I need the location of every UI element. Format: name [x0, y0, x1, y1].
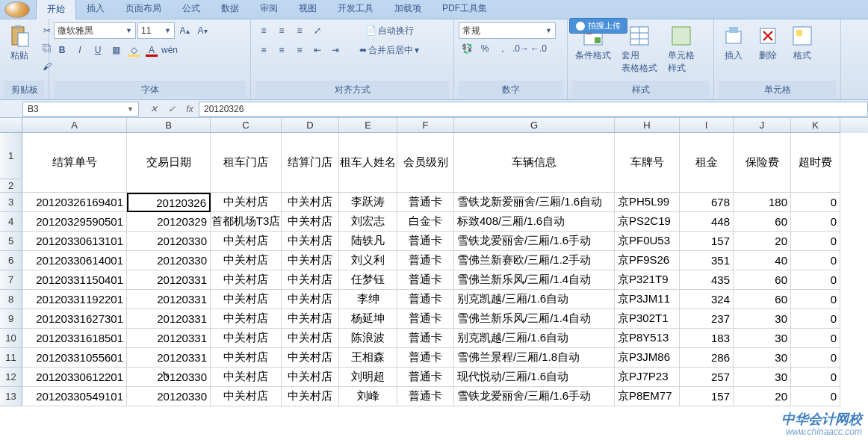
col-header-K[interactable]: K [791, 118, 840, 133]
cell[interactable]: 20120326169401 [22, 193, 127, 212]
cell[interactable]: 普通卡 [397, 309, 454, 329]
upload-badge[interactable]: 拍搜上传 [569, 18, 627, 34]
cell[interactable]: 标致408/三厢/1.6自动 [454, 212, 615, 232]
cancel-formula-button[interactable]: ✕ [145, 104, 163, 114]
cell[interactable]: 普通卡 [397, 251, 454, 270]
cell[interactable]: 中关村店 [211, 251, 282, 270]
cell[interactable]: 60 [734, 212, 791, 232]
tab-视图[interactable]: 视图 [288, 0, 327, 19]
cell[interactable]: 448 [680, 212, 734, 232]
cell[interactable]: 中关村店 [282, 251, 339, 270]
cell[interactable]: 286 [680, 348, 734, 368]
merge-center-button[interactable]: ⬌ 合并后居中 ▾ [354, 42, 424, 58]
row-header-12[interactable]: 12 [0, 368, 22, 387]
align-left-button[interactable]: ≡ [255, 42, 272, 58]
tab-开发工具[interactable]: 开发工具 [327, 0, 384, 19]
cell[interactable]: 183 [680, 329, 734, 348]
cell[interactable]: 20120330 [127, 387, 211, 406]
cell[interactable]: 普通卡 [397, 387, 454, 406]
cell[interactable]: 0 [791, 251, 840, 270]
cell[interactable]: 20120331618501 [22, 329, 127, 348]
row-header-3[interactable]: 3 [0, 193, 22, 212]
cell[interactable]: 别克凯越/三厢/1.6自动 [454, 290, 615, 309]
cell[interactable]: 中关村店 [211, 387, 282, 406]
cell[interactable]: 中关村店 [282, 193, 339, 212]
cell[interactable]: 20120331 [127, 329, 211, 348]
tab-插入[interactable]: 插入 [76, 0, 115, 19]
header-cell[interactable]: 车辆信息 [454, 133, 615, 193]
cell[interactable]: 京P8EM77 [615, 387, 680, 406]
bold-button[interactable]: B [54, 42, 70, 58]
cell[interactable]: 陆轶凡 [339, 232, 397, 251]
cell[interactable]: 20 [734, 232, 791, 251]
align-right-button[interactable]: ≡ [291, 42, 308, 58]
cell[interactable]: 京PJ7P23 [615, 368, 680, 387]
cell[interactable]: 中关村店 [211, 309, 282, 329]
cell[interactable]: 0 [791, 348, 840, 368]
cell[interactable]: 陈浪波 [339, 329, 397, 348]
col-header-I[interactable]: I [680, 118, 734, 133]
cell[interactable]: 180 [734, 193, 791, 212]
cell[interactable]: 30 [734, 309, 791, 329]
percent-button[interactable]: % [477, 40, 493, 57]
wrap-text-button[interactable]: 📄 自动换行 [354, 22, 424, 39]
fill-color-button[interactable]: ◇ [125, 42, 142, 58]
cell[interactable]: 中关村店 [282, 309, 339, 329]
cells-area[interactable]: 结算单号交易日期租车门店结算门店租车人姓名会员级别车辆信息车牌号租金保险费超时费… [22, 133, 868, 406]
cell[interactable]: 30 [734, 329, 791, 348]
cell[interactable]: 中关村店 [211, 290, 282, 309]
row-header-2[interactable]: 2 [0, 179, 22, 193]
cell[interactable]: 刘明超 [339, 368, 397, 387]
cell[interactable]: 435 [680, 270, 734, 290]
cell[interactable]: 678 [680, 193, 734, 212]
cell[interactable]: 中关村店 [211, 368, 282, 387]
indent-increase-button[interactable]: ⇥ [327, 42, 344, 58]
tab-页面布局[interactable]: 页面布局 [115, 0, 172, 19]
border-button[interactable]: ▦ [108, 42, 124, 58]
indent-decrease-button[interactable]: ⇤ [309, 42, 326, 58]
cell[interactable]: 中关村店 [282, 329, 339, 348]
row-header-8[interactable]: 8 [0, 290, 22, 309]
cell[interactable]: 20120331 [127, 270, 211, 290]
col-header-D[interactable]: D [282, 118, 339, 133]
cell[interactable]: 0 [791, 387, 840, 406]
number-format-combo[interactable]: 常规▼ [459, 22, 556, 39]
cell[interactable]: 雪铁龙新爱丽舍/三厢/1.6自动 [454, 193, 615, 212]
cell[interactable]: 324 [680, 290, 734, 309]
cell[interactable]: 0 [791, 368, 840, 387]
cell[interactable]: 中关村店 [211, 232, 282, 251]
cell[interactable]: 351 [680, 251, 734, 270]
cell[interactable]: 0 [791, 329, 840, 348]
cell[interactable]: 京PS2C19 [615, 212, 680, 232]
cell[interactable]: 首都机场T3店 [211, 212, 282, 232]
row-header-10[interactable]: 10 [0, 329, 22, 348]
cell[interactable]: 京P321T9 [615, 270, 680, 290]
col-header-J[interactable]: J [734, 118, 791, 133]
cell[interactable]: 杨延坤 [339, 309, 397, 329]
cell[interactable]: 中关村店 [282, 270, 339, 290]
accept-formula-button[interactable]: ✓ [163, 104, 181, 114]
cell[interactable]: 普通卡 [397, 270, 454, 290]
header-cell[interactable]: 结算门店 [282, 133, 339, 193]
tab-数据[interactable]: 数据 [211, 0, 249, 19]
cell[interactable]: 普通卡 [397, 348, 454, 368]
cell[interactable]: 中关村店 [282, 212, 339, 232]
row-header-9[interactable]: 9 [0, 309, 22, 329]
cell[interactable]: 157 [680, 387, 734, 406]
cell[interactable]: 普通卡 [397, 290, 454, 309]
col-header-H[interactable]: H [615, 118, 680, 133]
cell[interactable]: 0 [791, 290, 840, 309]
worksheet[interactable]: ABCDEFGHIJK 12345678910111213 结算单号交易日期租车… [0, 118, 868, 440]
font-name-combo[interactable]: 微软雅黑▼ [54, 22, 136, 39]
col-header-B[interactable]: B [127, 118, 211, 133]
row-header-1[interactable]: 1 [0, 133, 22, 179]
cell[interactable]: 王相森 [339, 348, 397, 368]
cell[interactable]: 60 [734, 290, 791, 309]
cell[interactable]: 30 [734, 348, 791, 368]
cell[interactable]: 李跃涛 [339, 193, 397, 212]
cell[interactable]: 20120330 [127, 232, 211, 251]
cell[interactable]: 中关村店 [282, 368, 339, 387]
cell[interactable]: 0 [791, 212, 840, 232]
font-color-button[interactable]: A [143, 42, 160, 58]
paste-button[interactable]: 粘贴 [4, 22, 34, 63]
